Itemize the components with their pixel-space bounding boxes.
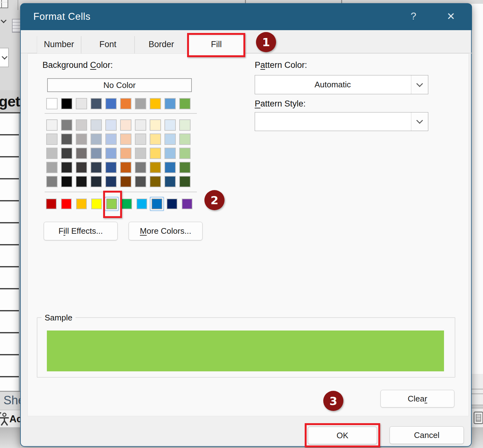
color-swatch[interactable] [164,98,176,109]
color-swatch[interactable] [76,148,87,159]
color-swatch[interactable] [179,176,191,187]
ribbon-divider [18,0,18,10]
color-swatch[interactable] [164,119,176,131]
color-swatch[interactable] [150,98,161,109]
color-swatch[interactable] [179,119,191,131]
color-swatch[interactable] [105,134,117,145]
color-swatch[interactable] [105,119,117,131]
no-color-button[interactable]: No Color [47,78,192,92]
tab-number[interactable]: Number [37,36,81,53]
close-icon[interactable]: ✕ [443,10,459,22]
color-swatch[interactable] [136,199,147,209]
color-swatch[interactable] [150,162,161,173]
pattern-style-dropdown[interactable] [255,112,428,131]
color-swatch[interactable] [61,134,72,145]
sheet-tab-label: She [3,394,20,407]
tab-font[interactable]: Font [81,36,135,53]
color-swatch[interactable] [46,98,58,109]
help-icon[interactable]: ? [407,10,420,22]
color-swatch[interactable] [135,134,146,145]
color-swatch[interactable] [164,162,176,173]
color-swatch[interactable] [105,98,117,109]
color-swatch[interactable] [61,162,72,173]
standard-color-cell [152,199,167,209]
color-swatch[interactable] [61,148,72,159]
clear-button[interactable]: Clear [380,390,454,407]
color-swatch[interactable] [121,199,132,209]
normal-view-icon[interactable] [474,412,483,424]
ribbon-dropdown[interactable] [0,48,9,67]
color-swatch[interactable] [46,176,58,187]
color-swatch[interactable] [179,162,191,173]
worksheet-rows[interactable] [0,113,19,391]
sample-label: Sample [42,313,75,323]
annotation-step-2: 2 [204,190,225,210]
cancel-button[interactable]: Cancel [390,426,464,444]
dialog-titlebar: Format Cells ? ✕ [20,3,472,30]
standard-color-cell [167,199,182,209]
color-swatch[interactable] [135,176,146,187]
color-swatch[interactable] [120,119,131,131]
color-swatch[interactable] [120,162,131,173]
color-swatch[interactable] [164,176,176,187]
color-swatch[interactable] [135,98,146,109]
pattern-color-dropdown[interactable]: Automatic [255,75,428,94]
color-swatch[interactable] [91,176,102,187]
color-swatch[interactable] [46,162,58,173]
color-swatch[interactable] [150,176,161,187]
color-swatch[interactable] [61,176,72,187]
pattern-color-label: Pattern Color: [255,60,307,70]
color-swatch[interactable] [152,199,162,209]
fill-effects-button[interactable]: Fill Effects... [44,222,118,240]
color-swatch[interactable] [120,176,131,187]
color-swatch[interactable] [179,148,191,159]
color-swatch[interactable] [91,98,102,109]
color-swatch[interactable] [182,199,192,209]
pattern-style-label: Pattern Style: [255,99,306,109]
color-swatch[interactable] [164,148,176,159]
color-swatch[interactable] [167,199,177,209]
format-cells-dialog: Format Cells ? ✕ Number Font Border Fill… [20,3,472,447]
color-swatch[interactable] [91,162,102,173]
color-swatch[interactable] [76,162,87,173]
color-swatch[interactable] [135,119,146,131]
color-swatch[interactable] [91,199,102,209]
color-swatch[interactable] [76,176,87,187]
color-swatch[interactable] [120,98,131,109]
tab-border[interactable]: Border [135,36,188,53]
annotation-rect-green-swatch [103,191,122,218]
dropdown-button[interactable] [411,112,428,131]
color-swatch[interactable] [105,162,117,173]
color-swatch[interactable] [76,199,87,209]
color-swatch[interactable] [61,199,72,209]
more-colors-button[interactable]: More Colors... [129,222,203,240]
status-bar-label: Ac [9,413,20,425]
color-swatch[interactable] [46,119,58,131]
color-swatch[interactable] [179,98,191,109]
color-swatch[interactable] [179,134,191,145]
color-swatch[interactable] [105,148,117,159]
sheet-tab[interactable]: She [0,391,20,410]
color-swatch[interactable] [76,119,87,131]
color-swatch[interactable] [150,119,161,131]
color-swatch[interactable] [164,134,176,145]
color-swatch[interactable] [46,148,58,159]
color-swatch[interactable] [135,162,146,173]
color-swatch[interactable] [76,98,87,109]
color-swatch[interactable] [61,98,72,109]
color-swatch[interactable] [46,134,58,145]
color-swatch[interactable] [61,119,72,131]
color-swatch[interactable] [91,119,102,131]
color-swatch[interactable] [135,148,146,159]
color-swatch[interactable] [91,134,102,145]
chevron-down-icon[interactable] [1,17,6,23]
color-swatch[interactable] [150,134,161,145]
color-swatch[interactable] [120,134,131,145]
dropdown-button[interactable] [411,75,428,94]
color-swatch[interactable] [91,148,102,159]
color-swatch[interactable] [120,148,131,159]
color-swatch[interactable] [76,134,87,145]
color-swatch[interactable] [150,148,161,159]
color-swatch[interactable] [105,176,117,187]
color-swatch[interactable] [46,199,57,209]
